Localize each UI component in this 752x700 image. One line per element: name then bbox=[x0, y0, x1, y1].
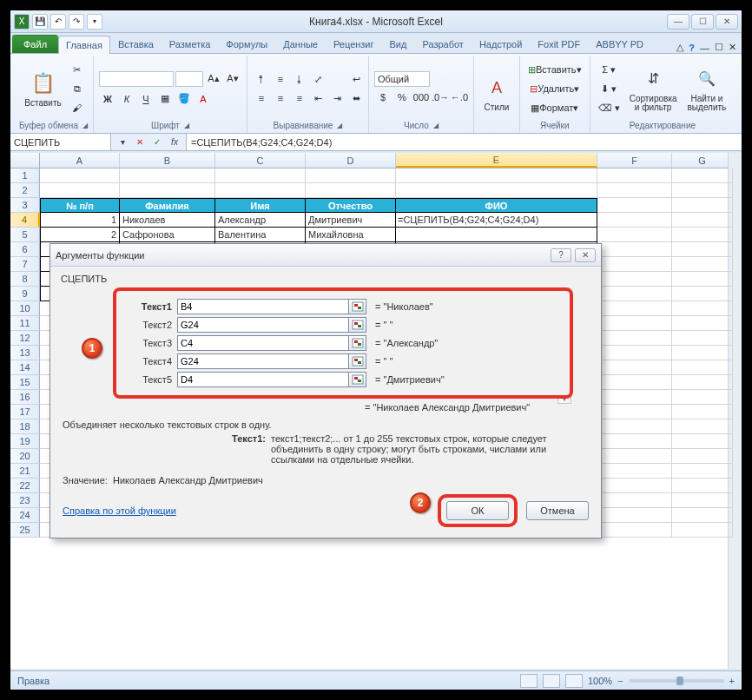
range-selector-icon[interactable] bbox=[349, 335, 366, 351]
row-header[interactable]: 4 bbox=[10, 213, 40, 228]
cell[interactable] bbox=[597, 464, 672, 479]
delete-cell-button[interactable]: ⊟ Удалить ▾ bbox=[525, 80, 584, 97]
cell[interactable] bbox=[672, 257, 733, 272]
cell[interactable]: № п/п bbox=[40, 198, 120, 213]
range-selector-icon[interactable] bbox=[349, 353, 366, 369]
help-icon[interactable]: ? bbox=[689, 43, 695, 53]
merge-center-icon[interactable]: ⬌ bbox=[350, 89, 363, 107]
dialog-ok-button[interactable]: ОК bbox=[446, 501, 509, 520]
cell[interactable] bbox=[672, 331, 733, 346]
cell[interactable] bbox=[672, 508, 733, 523]
cell[interactable] bbox=[597, 508, 672, 523]
bold-icon[interactable]: Ж bbox=[99, 90, 116, 108]
dialog-arg-input[interactable] bbox=[177, 299, 349, 314]
row-header[interactable]: 17 bbox=[10, 405, 40, 419]
tab-foxit[interactable]: Foxit PDF bbox=[530, 35, 588, 53]
namebox[interactable]: СЦЕПИТЬ bbox=[10, 134, 111, 150]
cell[interactable] bbox=[672, 479, 733, 493]
cell[interactable]: Николаев bbox=[120, 213, 215, 228]
tab-review[interactable]: Рецензиг bbox=[326, 35, 382, 53]
qat-more-icon[interactable]: ▾ bbox=[87, 14, 102, 30]
row-header[interactable]: 1 bbox=[10, 168, 40, 183]
row-header[interactable]: 7 bbox=[10, 257, 40, 272]
cell[interactable] bbox=[672, 272, 733, 287]
row-header[interactable]: 15 bbox=[10, 375, 40, 390]
indent-dec-icon[interactable]: ⇤ bbox=[310, 89, 327, 107]
cell[interactable] bbox=[597, 228, 672, 242]
align-top-icon[interactable]: ⭱ bbox=[253, 70, 270, 88]
align-left-icon[interactable]: ≡ bbox=[253, 89, 270, 107]
row-header[interactable]: 2 bbox=[10, 183, 40, 198]
accounting-icon[interactable]: $ bbox=[374, 89, 392, 106]
wrap-text-icon[interactable]: ↩ bbox=[350, 70, 363, 88]
cell[interactable] bbox=[672, 493, 733, 508]
cell[interactable] bbox=[672, 390, 733, 405]
view-layout-icon[interactable] bbox=[543, 674, 560, 688]
close-button[interactable]: ✕ bbox=[716, 14, 738, 30]
dialog-arg-input[interactable] bbox=[177, 335, 349, 351]
fx-icon[interactable]: fx bbox=[167, 135, 182, 149]
cell[interactable] bbox=[597, 242, 672, 257]
font-family-combo[interactable] bbox=[99, 71, 174, 87]
cell[interactable] bbox=[672, 449, 733, 464]
row-header[interactable]: 10 bbox=[10, 301, 40, 316]
tab-formulas[interactable]: Формулы bbox=[218, 35, 275, 53]
tab-abbyy[interactable]: ABBYY PD bbox=[588, 35, 651, 53]
cell[interactable] bbox=[597, 375, 672, 390]
dialog-close-icon[interactable]: ✕ bbox=[575, 248, 596, 262]
cancel-formula-icon[interactable]: ✕ bbox=[132, 135, 148, 149]
cell[interactable] bbox=[597, 257, 672, 272]
row-header[interactable]: 13 bbox=[10, 346, 40, 360]
col-header-D[interactable]: D bbox=[306, 153, 396, 168]
cell[interactable] bbox=[597, 523, 672, 538]
orientation-icon[interactable]: ⤢ bbox=[310, 70, 327, 88]
inner-restore-icon[interactable]: ☐ bbox=[715, 42, 723, 53]
copy-icon[interactable]: ⧉ bbox=[69, 80, 86, 97]
cell[interactable]: Фамилия bbox=[120, 198, 215, 213]
dialog-help-icon[interactable]: ? bbox=[551, 248, 571, 262]
ribbon-minimize-icon[interactable]: △ bbox=[676, 42, 683, 53]
row-header[interactable]: 22 bbox=[10, 479, 40, 493]
cell[interactable] bbox=[672, 419, 733, 434]
cell[interactable] bbox=[597, 198, 672, 213]
col-header-B[interactable]: B bbox=[120, 153, 215, 168]
underline-icon[interactable]: Ч bbox=[137, 90, 155, 108]
cell[interactable] bbox=[672, 168, 733, 183]
cell[interactable] bbox=[672, 301, 733, 316]
save-icon[interactable]: 💾 bbox=[32, 14, 48, 30]
row-header[interactable]: 20 bbox=[10, 449, 40, 464]
view-pagebreak-icon[interactable] bbox=[565, 674, 583, 688]
cell[interactable] bbox=[672, 242, 733, 257]
row-header[interactable]: 24 bbox=[10, 508, 40, 523]
cell[interactable] bbox=[597, 287, 672, 301]
cell[interactable] bbox=[396, 168, 597, 183]
inc-decimal-icon[interactable]: .0→ bbox=[432, 89, 449, 106]
border-icon[interactable]: ▦ bbox=[156, 90, 174, 108]
row-header[interactable]: 16 bbox=[10, 390, 40, 405]
cell[interactable]: =СЦЕПИТЬ(B4;G24;C4;G24;D4) bbox=[396, 213, 597, 228]
namebox-dropdown-icon[interactable]: ▾ bbox=[115, 135, 130, 149]
tab-layout[interactable]: Разметка bbox=[162, 35, 219, 53]
cell[interactable] bbox=[672, 523, 733, 538]
cell[interactable] bbox=[672, 183, 733, 198]
cell[interactable]: Михайловна bbox=[306, 228, 396, 242]
cell[interactable]: Отчество bbox=[306, 198, 396, 213]
row-header[interactable]: 23 bbox=[10, 493, 40, 508]
cell[interactable] bbox=[672, 405, 733, 419]
cell[interactable]: Валентина bbox=[215, 228, 306, 242]
col-header-G[interactable]: G bbox=[672, 153, 733, 168]
format-painter-icon[interactable]: 🖌 bbox=[69, 99, 86, 116]
cell[interactable] bbox=[672, 360, 733, 375]
cell[interactable] bbox=[597, 301, 672, 316]
enter-formula-icon[interactable]: ✓ bbox=[149, 135, 165, 149]
cell[interactable] bbox=[306, 183, 396, 198]
range-selector-icon[interactable] bbox=[349, 317, 366, 333]
autosum-icon[interactable]: Σ ▾ bbox=[596, 61, 623, 78]
cell[interactable] bbox=[597, 419, 672, 434]
cell[interactable] bbox=[306, 168, 396, 183]
cell[interactable] bbox=[672, 346, 733, 360]
maximize-button[interactable]: ☐ bbox=[691, 14, 714, 30]
cell[interactable] bbox=[672, 287, 733, 301]
cell[interactable]: Сафронова bbox=[120, 228, 215, 242]
cell[interactable] bbox=[597, 168, 672, 183]
